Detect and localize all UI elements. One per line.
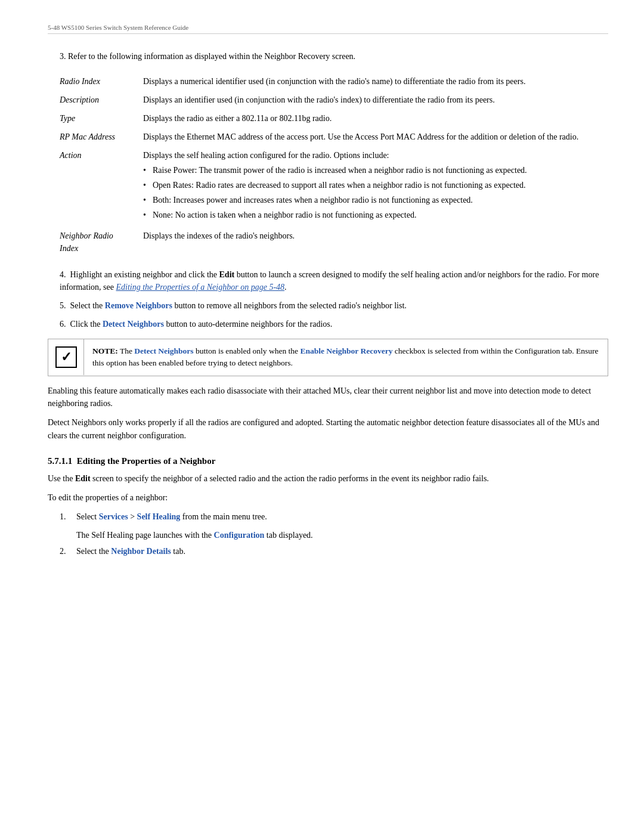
step6: 6. Click the Detect Neighbors button to … <box>60 318 608 330</box>
desc-action: Displays the self healing action configu… <box>143 146 608 227</box>
section-intro-para: Use the Edit screen to specify the neigh… <box>48 472 608 485</box>
step4-link[interactable]: Editing the Properties of a Neighbor on … <box>116 283 284 292</box>
section-edit-bold: Edit <box>75 474 91 483</box>
bullet-open-rates: Open Rates: Radio rates are decreased to… <box>143 179 603 191</box>
term-neighbor-radio-index: Neighbor RadioIndex <box>48 227 143 258</box>
def-row-description: Description Displays an identifier used … <box>48 91 608 109</box>
self-healing-link: Self Healing <box>137 512 181 521</box>
step5-remove-bold: Remove Neighbors <box>105 301 172 310</box>
bullet-both: Both: Increases power and increases rate… <box>143 194 603 206</box>
section-number: 5.7.1.1 <box>48 456 72 466</box>
action-bullets: Raise Power: The transmit power of the r… <box>143 164 603 221</box>
desc-type: Displays the radio as either a 802.11a o… <box>143 109 608 128</box>
step-text-1: Select Services > Self Healing from the … <box>76 510 608 523</box>
section-title: Editing the Properties of a Neighbor <box>77 456 216 466</box>
services-link: Services <box>99 512 128 521</box>
section-heading: 5.7.1.1 Editing the Properties of a Neig… <box>48 456 608 466</box>
term-type: Type <box>48 109 143 128</box>
page-header: 5-48 WS5100 Series Switch System Referen… <box>48 24 608 34</box>
step5: 5. Select the Remove Neighbors button to… <box>60 299 608 312</box>
note-enable-neighbor-recovery: Enable Neighbor Recovery <box>300 346 392 355</box>
body-para-2: Detect Neighbors only works properly if … <box>48 416 608 442</box>
edit-steps-intro: To edit the properties of a neighbor: <box>48 491 608 504</box>
note-detect-neighbors: Detect Neighbors <box>134 346 193 355</box>
note-content: NOTE: The Detect Neighbors button is ena… <box>84 339 608 376</box>
edit-steps-container: 1. Select Services > Self Healing from t… <box>60 510 608 558</box>
term-action: Action <box>48 146 143 227</box>
body-para-1: Enabling this feature automatically make… <box>48 385 608 410</box>
step-text-2: Select the Neighbor Details tab. <box>76 545 608 558</box>
step3-intro: 3. Refer to the following information as… <box>60 52 608 61</box>
step-num-2: 2. <box>60 545 76 558</box>
edit-step-1: 1. Select Services > Self Healing from t… <box>60 510 608 523</box>
desc-radio-index: Displays a numerical identifier used (in… <box>143 72 608 91</box>
def-row-type: Type Displays the radio as either a 802.… <box>48 109 608 128</box>
def-row-rp-mac: RP Mac Address Displays the Ethernet MAC… <box>48 128 608 146</box>
note-box: ✓ NOTE: The Detect Neighbors button is e… <box>48 339 608 376</box>
note-label: NOTE: <box>92 346 118 355</box>
edit-sub-step-1: The Self Healing page launches with the … <box>76 529 608 541</box>
term-description: Description <box>48 91 143 109</box>
configuration-tab-link: Configuration <box>214 531 265 540</box>
term-rp-mac: RP Mac Address <box>48 128 143 146</box>
desc-neighbor-radio-index: Displays the indexes of the radio's neig… <box>143 227 608 258</box>
neighbor-details-link: Neighbor Details <box>111 547 171 556</box>
definition-table: Radio Index Displays a numerical identif… <box>48 72 608 258</box>
term-radio-index: Radio Index <box>48 72 143 91</box>
step6-detect-bold: Detect Neighbors <box>103 320 164 329</box>
step-num-1: 1. <box>60 510 76 523</box>
checkmark-icon: ✓ <box>55 346 77 368</box>
desc-description: Displays an identifier used (in conjunct… <box>143 91 608 109</box>
desc-rp-mac: Displays the Ethernet MAC address of the… <box>143 128 608 146</box>
edit-step-2: 2. Select the Neighbor Details tab. <box>60 545 608 558</box>
bullet-raise-power: Raise Power: The transmit power of the r… <box>143 164 603 176</box>
note-icon-cell: ✓ <box>48 339 84 375</box>
step4: 4. Highlight an existing neighbor and cl… <box>60 268 608 293</box>
bullet-none: None: No action is taken when a neighbor… <box>143 209 603 221</box>
header-text: 5-48 WS5100 Series Switch System Referen… <box>48 24 188 31</box>
def-row-action: Action Displays the self healing action … <box>48 146 608 227</box>
def-row-radio-index: Radio Index Displays a numerical identif… <box>48 72 608 91</box>
step4-edit-bold: Edit <box>219 270 235 279</box>
page-container: 5-48 WS5100 Series Switch System Referen… <box>0 0 644 599</box>
def-row-neighbor-radio-index: Neighbor RadioIndex Displays the indexes… <box>48 227 608 258</box>
